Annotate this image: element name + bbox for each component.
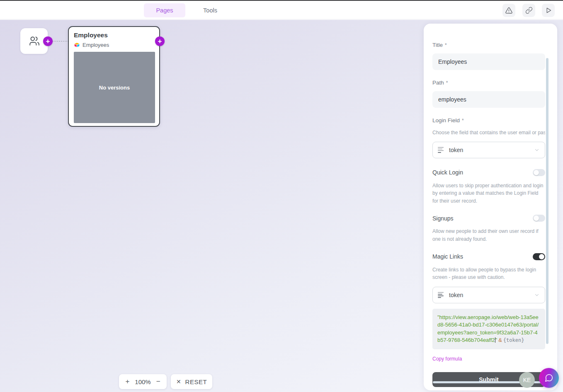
title-label-text: Title — [432, 42, 443, 48]
zoom-out-button[interactable]: − — [156, 377, 160, 386]
warning-icon — [505, 7, 513, 15]
magic-links-row: Magic Links — [432, 253, 545, 260]
quick-login-toggle[interactable] — [533, 169, 545, 176]
login-field-description: Choose the field that contains the user … — [432, 129, 545, 137]
page-node-source-row: Employees — [74, 42, 154, 48]
warning-button[interactable] — [502, 4, 515, 17]
magic-links-label: Magic Links — [432, 253, 463, 260]
add-node-button-left[interactable]: + — [43, 36, 53, 46]
page-node-preview: No versions — [74, 52, 155, 123]
quick-login-description: Allow users to skip proper authenticatio… — [432, 182, 545, 205]
login-field-label-text: Login Field — [432, 117, 460, 123]
chevron-down-icon — [534, 147, 540, 153]
title-input[interactable] — [432, 53, 545, 70]
field-lines-icon — [438, 292, 444, 298]
magic-links-field-value: token — [449, 292, 534, 298]
required-asterisk: * — [446, 80, 448, 86]
field-lines-icon — [438, 147, 444, 153]
reset-button[interactable]: ✕ RESET — [171, 374, 212, 389]
close-icon: ✕ — [176, 378, 181, 385]
formula-token-ref: {token} — [503, 337, 524, 343]
play-icon — [545, 7, 552, 14]
tab-tools[interactable]: Tools — [192, 3, 229, 17]
users-icon — [29, 36, 39, 46]
login-field-value: token — [449, 147, 534, 153]
app-window: Pages Tools + Employees — [0, 0, 563, 392]
chevron-down-icon — [534, 292, 540, 298]
login-field-select[interactable]: token — [432, 142, 545, 158]
magic-links-description: Create links to allow people to bypass t… — [432, 266, 545, 281]
magic-link-formula[interactable]: "https://view.aeropage.io/web/web-13a5ee… — [432, 309, 545, 349]
zoom-in-button[interactable]: + — [125, 377, 129, 386]
chat-fab-button[interactable] — [539, 368, 559, 388]
quick-login-row: Quick Login — [432, 169, 545, 176]
path-label-text: Path — [432, 80, 444, 86]
page-node-source-label: Employees — [83, 42, 109, 48]
no-versions-text: No versions — [99, 85, 130, 91]
reset-label: RESET — [185, 378, 207, 385]
quick-login-label: Quick Login — [432, 169, 463, 176]
run-button[interactable] — [542, 4, 555, 17]
panel-vertical-scrollbar[interactable] — [546, 58, 548, 344]
required-asterisk: * — [462, 118, 464, 123]
node-connector-line — [52, 41, 69, 41]
title-field-label: Title* — [432, 42, 545, 48]
airtable-icon — [74, 42, 80, 48]
required-asterisk: * — [445, 42, 447, 48]
add-node-button-right[interactable]: + — [155, 36, 165, 46]
page-node-title: Employees — [74, 31, 154, 39]
page-settings-panel: Title* Path* Login Field* Choose the fie… — [424, 24, 557, 390]
chat-bubble-icon — [544, 373, 553, 382]
magic-links-field-select[interactable]: token — [432, 287, 545, 303]
zoom-level: 100% — [135, 378, 150, 385]
signups-row: Signups — [432, 215, 545, 222]
path-input[interactable] — [432, 91, 545, 108]
page-node-employees[interactable]: Employees Employees No versions — [68, 26, 160, 127]
tab-pages[interactable]: Pages — [144, 3, 185, 17]
user-avatar[interactable]: KE — [519, 372, 535, 388]
share-link-button[interactable] — [522, 4, 535, 17]
magic-links-toggle[interactable] — [533, 253, 545, 260]
signups-label: Signups — [432, 215, 454, 222]
login-field-label: Login Field* — [432, 117, 545, 123]
path-field-label: Path* — [432, 80, 545, 86]
top-toolbar: Pages Tools — [0, 1, 563, 19]
signups-toggle[interactable] — [533, 215, 545, 222]
zoom-controls: + 100% − — [119, 374, 167, 389]
signups-description: Allow new people to add their own user r… — [432, 227, 545, 243]
link-icon — [525, 7, 533, 14]
formula-operator: & — [497, 337, 503, 343]
copy-formula-link[interactable]: Copy formula — [432, 356, 545, 362]
